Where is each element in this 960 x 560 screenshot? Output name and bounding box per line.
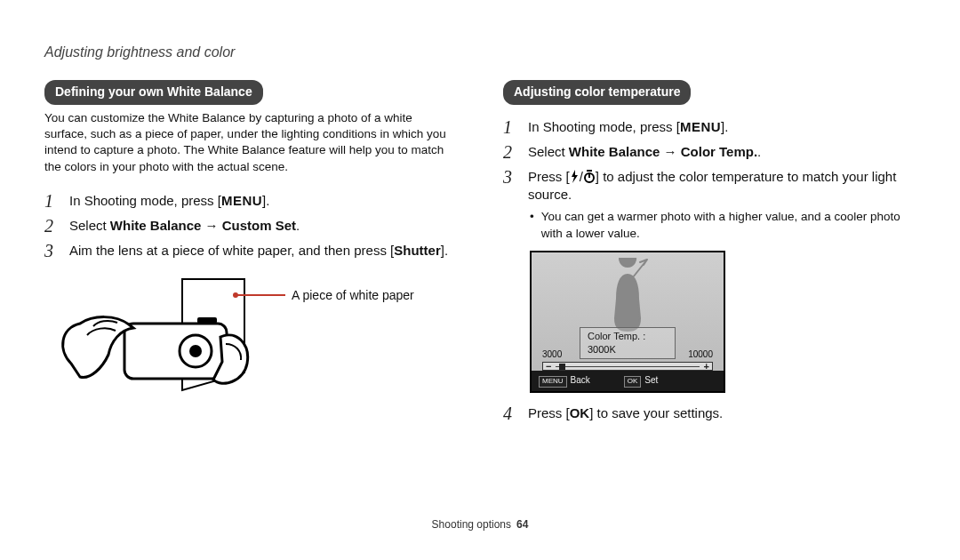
illustration-hands-camera: A piece of white paper	[44, 271, 457, 413]
text: ].	[262, 193, 269, 208]
step-body: Aim the lens at a piece of white paper, …	[69, 241, 457, 260]
svg-point-2	[189, 345, 202, 357]
menu-tag-icon: MENU	[539, 376, 567, 388]
illustration-caption: A piece of white paper	[292, 287, 414, 304]
text: Aim the lens at a piece of white paper, …	[69, 243, 394, 258]
lcd-back: MENUBack	[539, 374, 590, 388]
lcd-preview: Color Temp. : 3000K 3000 10000 − + MENUB…	[530, 251, 725, 393]
ok-icon: OK	[570, 404, 590, 422]
bold-text: Shutter	[394, 243, 441, 258]
text: Select	[69, 218, 110, 233]
right-step-2: 2 Select White Balance → Color Temp..	[503, 142, 916, 162]
step-body: In Shooting mode, press [MENU].	[528, 117, 916, 136]
step-number: 2	[503, 142, 519, 162]
sub-bullet: • You can get a warmer photo with a high…	[530, 209, 916, 241]
lcd-bar: − +	[542, 362, 713, 371]
svg-rect-3	[197, 317, 217, 324]
bullet-icon: •	[530, 209, 534, 241]
lcd-set: OKSet	[624, 374, 659, 388]
text: In Shooting mode, press [	[528, 119, 680, 134]
step-body: Select White Balance → Custom Set.	[69, 216, 457, 235]
step-body: Press [OK] to save your settings.	[528, 404, 916, 422]
text: Press [	[528, 405, 570, 420]
lcd-back-label: Back	[571, 375, 590, 385]
text: ] to save your settings.	[589, 405, 723, 420]
step-number: 2	[44, 216, 60, 236]
lcd-footer: MENUBack OKSet	[532, 371, 724, 391]
step-number: 3	[503, 167, 519, 187]
step-body: In Shooting mode, press [MENU].	[69, 191, 457, 210]
lcd-slider: 3000 10000 − +	[542, 348, 713, 372]
left-step-3: 3 Aim the lens at a piece of white paper…	[44, 241, 457, 260]
columns: Defining your own White Balance You can …	[44, 80, 916, 428]
step-number: 3	[44, 241, 60, 260]
page-header: Adjusting brightness and color	[44, 43, 235, 62]
menu-icon: MENU	[680, 118, 721, 136]
right-step-4: 4 Press [OK] to save your settings.	[503, 404, 916, 423]
step-body: Select White Balance → Color Temp..	[528, 142, 916, 161]
step-number: 4	[503, 404, 519, 423]
intro-text: You can customize the White Balance by c…	[44, 110, 457, 175]
text: Press [	[528, 169, 570, 184]
step-body: Press [/] to adjust the color temperatur…	[528, 167, 916, 204]
menu-icon: MENU	[221, 192, 262, 210]
right-column: Adjusting color temperature 1 In Shootin…	[503, 80, 916, 428]
pill-define-wb: Defining your own White Balance	[44, 80, 263, 105]
bold-text: White Balance → Color Temp.	[569, 144, 757, 159]
illustration-svg	[44, 275, 258, 408]
text: In Shooting mode, press [	[69, 193, 221, 208]
leader-line	[236, 294, 285, 296]
page-footer: Shooting options64	[0, 517, 960, 532]
lcd-thumb	[559, 364, 565, 370]
step-number: 1	[503, 117, 519, 137]
right-step-3: 3 Press [/] to adjust the color temperat…	[503, 167, 916, 204]
silhouette-icon	[592, 258, 663, 332]
text: Select	[528, 144, 569, 159]
lcd-set-label: Set	[644, 375, 658, 385]
left-step-1: 1 In Shooting mode, press [MENU].	[44, 191, 457, 211]
text: .	[296, 218, 300, 233]
left-column: Defining your own White Balance You can …	[44, 80, 457, 428]
lcd-ticks: 3000 10000	[542, 348, 713, 361]
flash-icon	[570, 169, 580, 184]
lcd-track	[556, 366, 700, 367]
lcd-min: 3000	[542, 348, 562, 361]
left-step-2: 2 Select White Balance → Custom Set.	[44, 216, 457, 236]
text: .	[757, 144, 761, 159]
right-step-1: 1 In Shooting mode, press [MENU].	[503, 117, 916, 137]
ok-tag-icon: OK	[624, 376, 642, 388]
timer-icon	[583, 169, 596, 184]
pill-color-temp: Adjusting color temperature	[503, 80, 691, 105]
text: ].	[441, 243, 448, 258]
bullet-text: You can get a warmer photo with a higher…	[541, 209, 916, 241]
text: ].	[721, 119, 728, 134]
lcd-max: 10000	[688, 348, 713, 361]
page-number: 64	[516, 518, 528, 531]
bold-text: White Balance → Custom Set	[110, 218, 296, 233]
footer-section: Shooting options	[432, 518, 511, 531]
step-number: 1	[44, 191, 60, 211]
